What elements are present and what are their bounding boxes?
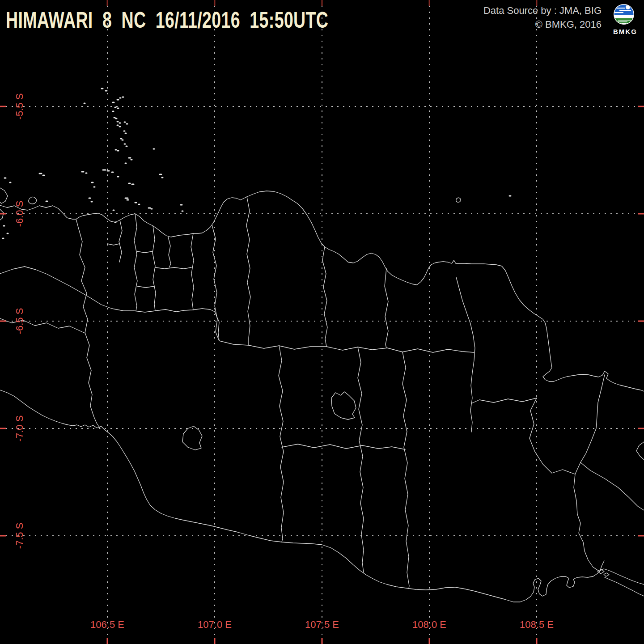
latitude-label: -7.5 S	[14, 523, 25, 549]
map-layer	[0, 0, 644, 644]
admin-boundary	[456, 277, 475, 432]
admin-boundary	[0, 267, 219, 341]
admin-boundary	[0, 318, 85, 333]
admin-boundary	[322, 247, 327, 347]
admin-boundary	[137, 251, 153, 253]
longitude-label: 107.5 E	[305, 619, 339, 631]
credit-line-2: © BMKG, 2016	[483, 17, 602, 31]
admin-boundary	[153, 226, 156, 311]
latitude-label: -6.5 S	[14, 308, 25, 335]
latitude-label: -6.0 S	[14, 201, 25, 227]
credit-line-1: Data Source by : JMA, BIG	[483, 4, 602, 17]
admin-boundary	[107, 244, 119, 245]
admin-boundary	[119, 220, 122, 262]
admin-boundary	[636, 442, 644, 460]
island-dots	[3, 89, 511, 238]
bmkg-logo: BMKG	[613, 4, 635, 35]
admin-boundary	[219, 341, 474, 352]
coastal-lagoon	[0, 209, 4, 220]
estuary-islet	[604, 573, 609, 576]
admin-boundary	[402, 352, 409, 589]
coastal-lagoon	[0, 188, 8, 203]
bmkg-logo-label: BMKG	[613, 28, 635, 35]
admin-enclave	[182, 426, 202, 450]
latitude-label: -5.5 S	[14, 93, 25, 120]
admin-boundary	[155, 267, 191, 269]
admin-boundary	[168, 237, 171, 267]
longitude-label: 107.0 E	[198, 619, 232, 631]
admin-boundary	[471, 398, 537, 403]
data-source-credit: Data Source by : JMA, BIG © BMKG, 2016	[483, 4, 602, 31]
admin-enclave	[331, 392, 356, 419]
admin-boundary	[358, 347, 364, 572]
admin-boundary	[137, 286, 154, 288]
estuary-islet	[597, 569, 604, 574]
longitude-label: 108.0 E	[412, 619, 446, 631]
longitude-label: 108.5 E	[520, 619, 554, 631]
admin-boundary	[246, 197, 250, 345]
admin-boundary	[279, 346, 284, 542]
islet-outline	[29, 197, 37, 204]
coastline-island-channel	[605, 577, 644, 596]
admin-boundary	[574, 462, 600, 572]
admin-boundary	[580, 375, 644, 510]
satellite-map-canvas: 106.5 E107.0 E107.5 E108.0 E108.5 E-5.5 …	[0, 0, 644, 644]
admin-boundary	[212, 225, 219, 341]
admin-boundary	[385, 268, 388, 348]
admin-boundary	[76, 219, 100, 428]
bmkg-globe-icon	[613, 4, 635, 25]
latitude-label: -7.0 S	[14, 415, 25, 442]
island-outline	[456, 198, 461, 202]
admin-boundary	[134, 214, 137, 311]
longitude-label: 106.5 E	[90, 619, 124, 631]
admin-boundary	[282, 444, 405, 449]
admin-boundary	[191, 233, 194, 310]
page-title: HIMAWARI 8 NC 16/11/2016 15:50UTC	[6, 7, 328, 33]
